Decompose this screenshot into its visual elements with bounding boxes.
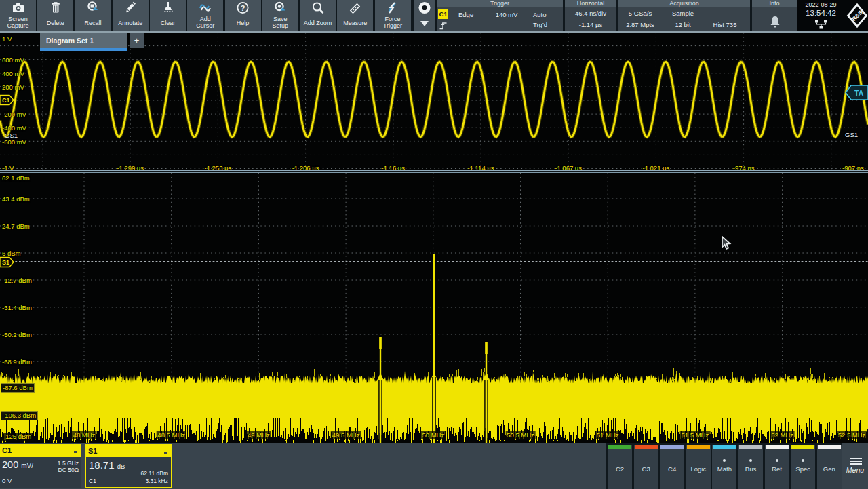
svg-text:TA: TA [854,89,864,97]
svg-text:C1: C1 [2,97,10,104]
svg-text:S1: S1 [2,259,9,266]
svg-text:?: ? [241,4,245,12]
